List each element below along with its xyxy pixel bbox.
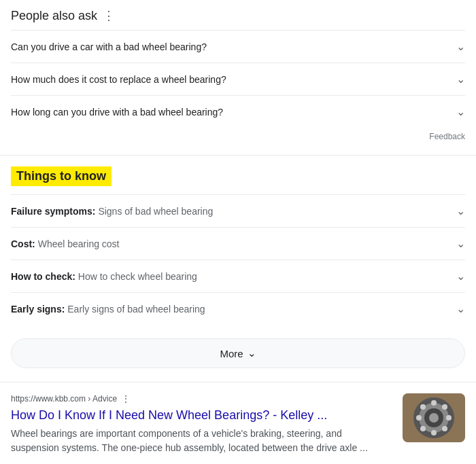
ttk-item-content: Failure symptoms: Signs of bad wheel bea… — [11, 206, 213, 217]
result-url: https://www.kbb.com › Advice — [11, 394, 117, 404]
ttk-item[interactable]: Failure symptoms: Signs of bad wheel bea… — [11, 194, 465, 227]
things-to-know-section: Things to know Failure symptoms: Signs o… — [0, 156, 476, 330]
ttk-item-label: Failure symptoms: — [11, 206, 95, 217]
result-title[interactable]: How Do I Know If I Need New Wheel Bearin… — [11, 407, 392, 424]
result-snippet: Wheel bearings are important components … — [11, 427, 392, 455]
chevron-down-icon: ⌄ — [456, 270, 465, 283]
more-button-label: More — [220, 348, 243, 359]
chevron-down-icon: ⌄ — [456, 237, 465, 250]
ttk-item[interactable]: Cost: Wheel bearing cost ⌄ — [11, 227, 465, 260]
paa-question-text: How long can you drive with a bad wheel … — [11, 107, 223, 118]
more-button[interactable]: More ⌄ — [11, 338, 465, 368]
paa-question-item[interactable]: Can you drive a car with a bad wheel bea… — [11, 30, 465, 63]
search-result: https://www.kbb.com › Advice ⋮ How Do I … — [0, 382, 476, 464]
ttk-item-desc: Wheel bearing cost — [38, 238, 120, 249]
svg-point-5 — [431, 400, 437, 406]
result-thumbnail — [403, 393, 465, 442]
ttk-item-desc: How to check wheel bearing — [78, 271, 197, 282]
ttk-item-desc: Signs of bad wheel bearing — [98, 206, 213, 217]
feedback-row: Feedback — [11, 128, 465, 147]
svg-point-8 — [446, 415, 452, 421]
svg-point-9 — [420, 404, 426, 410]
svg-point-10 — [442, 426, 447, 431]
ttk-item[interactable]: Early signs: Early signs of bad wheel be… — [11, 292, 465, 325]
svg-point-12 — [420, 426, 426, 431]
ttk-item-content: Cost: Wheel bearing cost — [11, 238, 120, 249]
ttk-item-label: How to check: — [11, 271, 75, 282]
feedback-link[interactable]: Feedback — [429, 132, 465, 141]
paa-menu-icon[interactable]: ⋮ — [103, 8, 116, 23]
more-section: More ⌄ — [0, 330, 476, 382]
result-url-row: https://www.kbb.com › Advice ⋮ — [11, 393, 392, 404]
paa-question-item[interactable]: How long can you drive with a bad wheel … — [11, 95, 465, 128]
chevron-down-icon: ⌄ — [456, 40, 465, 53]
svg-point-4 — [429, 413, 439, 423]
chevron-down-icon: ⌄ — [456, 204, 465, 217]
chevron-down-icon: ⌄ — [456, 105, 465, 118]
chevron-down-icon: ⌄ — [456, 302, 465, 315]
result-menu-icon[interactable]: ⋮ — [121, 393, 131, 404]
ttk-item-desc: Early signs of bad wheel bearing — [67, 304, 205, 315]
ttk-item[interactable]: How to check: How to check wheel bearing… — [11, 260, 465, 292]
svg-point-6 — [431, 430, 437, 435]
paa-header: People also ask ⋮ — [11, 8, 465, 23]
svg-point-7 — [416, 415, 422, 421]
people-also-ask-section: People also ask ⋮ Can you drive a car wi… — [0, 0, 476, 156]
chevron-down-icon: ⌄ — [456, 73, 465, 86]
svg-point-11 — [442, 404, 447, 410]
chevron-down-icon: ⌄ — [248, 347, 256, 359]
paa-question-text: How much does it cost to replace a wheel… — [11, 74, 226, 85]
ttk-item-label: Early signs: — [11, 304, 65, 315]
paa-title: People also ask — [11, 9, 97, 23]
paa-question-item[interactable]: How much does it cost to replace a wheel… — [11, 63, 465, 95]
ttk-title: Things to know — [11, 166, 112, 186]
ttk-item-content: Early signs: Early signs of bad wheel be… — [11, 304, 205, 315]
result-content: https://www.kbb.com › Advice ⋮ How Do I … — [11, 393, 392, 455]
ttk-item-content: How to check: How to check wheel bearing — [11, 271, 197, 282]
paa-question-text: Can you drive a car with a bad wheel bea… — [11, 41, 207, 52]
ttk-item-label: Cost: — [11, 238, 35, 249]
